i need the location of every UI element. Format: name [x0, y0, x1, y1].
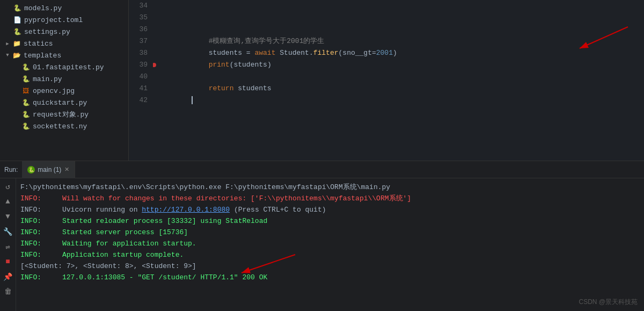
code-line-36: #模糊查询,查询学号大于2001的学生	[158, 24, 644, 35]
code-editor: 34 35 36 37 38 39 40 41 42 #模糊查询,查询学号大于2…	[129, 0, 644, 161]
pin-button[interactable]: 📌	[2, 271, 14, 283]
sidebar-item-settings-py[interactable]: 🐍 settings.py	[0, 26, 128, 38]
sidebar-label: models.py	[24, 4, 62, 12]
sidebar-item-opencv-jpg[interactable]: 🖼 opencv.jpg	[0, 85, 128, 97]
sidebar-item-main-py[interactable]: 🐍 main.py	[0, 73, 128, 85]
file-tree: 🐍 models.py 📄 pyproject.toml 🐍 settings.…	[0, 0, 129, 161]
console-line-4: INFO: Started reloader process [33332] u…	[20, 215, 640, 227]
python-run-icon: 🐍	[27, 166, 35, 173]
image-file-icon: 🖼	[21, 86, 30, 95]
console-line-5: INFO: Started server process [15736]	[20, 227, 640, 238]
stop-button[interactable]: ■	[2, 256, 14, 267]
run-label: Run:	[0, 161, 22, 178]
wrap-button[interactable]: ⇌	[2, 241, 14, 252]
run-panel: Run: 🐍 main (1) ✕ ↺ ▲ ▼ 🔧 ⇌ ■ 📌 🗑 F:\pyt…	[0, 161, 644, 311]
sidebar-label: pyproject.toml	[24, 16, 83, 24]
svg-line-3	[241, 255, 295, 273]
console-wrapper: ↺ ▲ ▼ 🔧 ⇌ ■ 📌 🗑 F:\pythonitems\myfastapi…	[0, 178, 644, 311]
sidebar-label: opencv.jpg	[33, 87, 75, 95]
sidebar-item-statics[interactable]: ▶ 📁 statics	[0, 38, 128, 49]
code-line-37: students = await Student.filter(sno__gt=…	[158, 35, 644, 47]
sidebar-label: settings.py	[24, 28, 70, 36]
console-line-2: INFO: Will watch for changes in these di…	[20, 193, 640, 204]
sidebar-label: main.py	[33, 75, 62, 83]
sidebar-item-quickstart-py[interactable]: 🐍 quickstart.py	[0, 97, 128, 109]
close-tab-button[interactable]: ✕	[64, 166, 69, 173]
sidebar-label: 01.fastapitest.py	[33, 63, 104, 71]
python-file-icon: 🐍	[21, 122, 30, 131]
python-file-icon: 🐍	[21, 75, 30, 83]
sidebar-item-templates[interactable]: ▼ 📂 templates	[0, 49, 128, 61]
toml-file-icon: 📄	[13, 16, 21, 24]
python-file-icon: 🐍	[21, 110, 30, 119]
code-line-35	[158, 12, 644, 24]
console-line-7: INFO: Application startup complete.	[20, 249, 640, 261]
python-file-icon: 🐍	[21, 63, 30, 71]
code-line-40: return students	[158, 71, 644, 83]
console-line-3: INFO: Uvicorn running on http://127.0.0.…	[20, 204, 640, 215]
chevron-down-icon: ▼	[4, 52, 11, 59]
uvicorn-link[interactable]: http://127.0.0.1:8080	[142, 206, 230, 214]
sidebar-label: quickstart.py	[33, 99, 87, 107]
run-tab-label: main (1)	[38, 166, 61, 173]
run-tab-main[interactable]: 🐍 main (1) ✕	[22, 161, 75, 178]
scroll-up-button[interactable]: ▲	[2, 196, 14, 207]
run-tab-bar: Run: 🐍 main (1) ✕	[0, 161, 644, 178]
code-line-38: print(students)	[158, 47, 644, 59]
console-line-1: F:\pythonitems\myfastapi\.env\Scripts\py…	[20, 182, 640, 193]
code-line-39	[158, 59, 644, 71]
console-line-6: INFO: Waiting for application startup.	[20, 238, 640, 249]
restart-button[interactable]: ↺	[2, 180, 14, 192]
watermark: CSDN @景天科技苑	[579, 296, 638, 308]
folder-icon: 📁	[12, 39, 21, 48]
folder-open-icon: 📂	[12, 51, 21, 60]
sidebar-item-models-py[interactable]: 🐍 models.py	[0, 2, 128, 14]
sidebar-item-pyproject-toml[interactable]: 📄 pyproject.toml	[0, 14, 128, 26]
python-file-icon: 🐍	[13, 27, 21, 36]
settings-button[interactable]: 🔧	[2, 226, 14, 237]
sidebar-label: templates	[24, 52, 61, 60]
code-line-42	[158, 95, 644, 106]
delete-button[interactable]: 🗑	[2, 286, 14, 298]
console-line-9: INFO: 127.0.0.1:13085 - "GET /student/ H…	[20, 272, 640, 283]
console-red-arrow	[231, 250, 301, 280]
sidebar-label: statics	[24, 40, 53, 48]
console-toolbar: ↺ ▲ ▼ 🔧 ⇌ ■ 📌 🗑	[0, 178, 16, 311]
sidebar-item-sockettest-py[interactable]: 🐍 sockettest.ny	[0, 120, 128, 132]
sidebar-label: sockettest.ny	[33, 122, 87, 131]
scroll-down-button[interactable]: ▼	[2, 211, 14, 222]
python-file-icon: 🐍	[21, 98, 30, 107]
chevron-right-icon: ▶	[4, 40, 11, 47]
code-line-34	[158, 0, 644, 12]
code-lines[interactable]: #模糊查询,查询学号大于2001的学生 students = await Stu…	[153, 0, 644, 161]
python-file-icon: 🐍	[13, 4, 21, 12]
sidebar-item-request-py[interactable]: 🐍 request对象.py	[0, 109, 128, 120]
code-line-41	[158, 83, 644, 95]
sidebar-item-01fastapitest[interactable]: 🐍 01.fastapitest.py	[0, 61, 128, 73]
sidebar-label: request对象.py	[33, 110, 89, 119]
line-numbers: 34 35 36 37 38 39 40 41 42	[129, 0, 153, 161]
breakpoint-indicator	[153, 63, 156, 67]
console-line-8: [<Student: 7>, <Student: 8>, <Student: 9…	[20, 261, 640, 272]
console-output: F:\pythonitems\myfastapi\.env\Scripts\py…	[16, 178, 644, 311]
